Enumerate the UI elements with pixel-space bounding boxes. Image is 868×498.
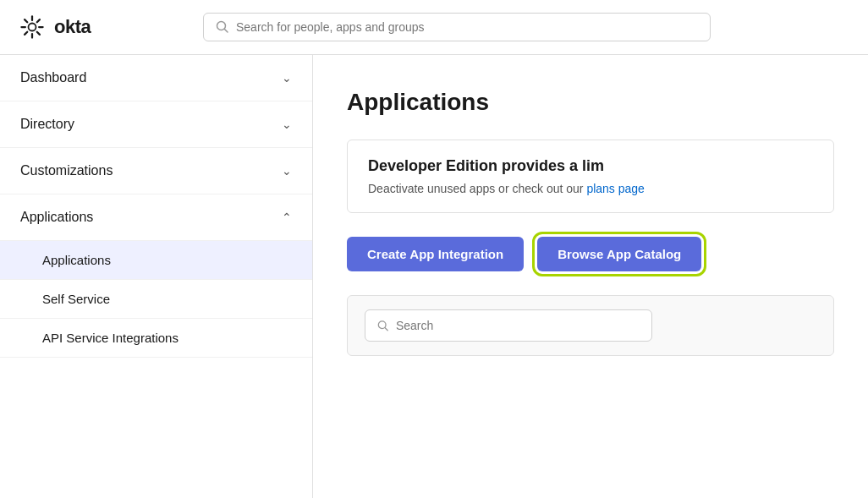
alert-text: Deactivate unused apps or check out our … [368,182,813,195]
sidebar-item-directory[interactable]: Directory ⌄ [0,101,312,148]
chevron-down-icon: ⌄ [282,118,292,131]
sidebar-item-applications-sub-label: Applications [42,253,111,267]
action-buttons: Create App Integration Browse App Catalo… [347,237,834,271]
chevron-up-icon: ⌃ [282,211,292,224]
sidebar-item-applications[interactable]: Applications ⌃ [0,194,312,241]
main-content: Applications Developer Edition provides … [313,55,868,498]
sidebar-item-api-service-integrations-label: API Service Integrations [42,331,179,345]
okta-logo-text: okta [54,16,91,38]
sidebar-item-api-service-integrations[interactable]: API Service Integrations [0,319,312,358]
sidebar-item-customizations-label: Customizations [20,163,113,178]
global-search-icon [216,20,229,34]
svg-line-7 [25,19,27,22]
global-search-bar[interactable] [203,13,711,41]
alert-title: Developer Edition provides a lim [368,157,813,175]
app-search-section [347,295,834,356]
svg-point-8 [29,24,36,31]
svg-line-5 [25,32,27,35]
main-layout: Dashboard ⌄ Directory ⌄ Customizations ⌄… [0,55,868,498]
plans-page-link[interactable]: plans page [586,182,645,195]
svg-line-10 [225,30,228,33]
logo-area: okta [17,12,203,42]
sidebar-item-self-service[interactable]: Self Service [0,280,312,319]
sidebar-item-applications-label: Applications [20,210,93,225]
applications-sub-menu: Applications Self Service API Service In… [0,241,312,358]
app-search-icon [377,320,389,332]
sidebar-item-dashboard[interactable]: Dashboard ⌄ [0,55,312,101]
global-search-input[interactable] [236,20,698,34]
sidebar-item-directory-label: Directory [20,117,74,132]
svg-line-4 [37,19,40,22]
sidebar-item-dashboard-label: Dashboard [20,70,86,85]
header: okta [0,0,868,55]
sidebar: Dashboard ⌄ Directory ⌄ Customizations ⌄… [0,55,313,498]
svg-line-6 [37,32,40,35]
app-search-box[interactable] [365,309,652,342]
svg-line-12 [385,327,387,330]
chevron-down-icon: ⌄ [282,164,292,178]
alert-description: Deactivate unused apps or check out our [368,182,584,195]
chevron-down-icon: ⌄ [282,71,292,85]
app-search-input[interactable] [396,319,640,332]
alert-banner: Developer Edition provides a lim Deactiv… [347,140,834,213]
browse-app-catalog-button[interactable]: Browse App Catalog [537,237,701,271]
page-title: Applications [347,89,834,116]
create-app-integration-button[interactable]: Create App Integration [347,237,524,271]
sidebar-item-self-service-label: Self Service [42,292,110,306]
sidebar-item-applications-sub[interactable]: Applications [0,241,312,280]
sidebar-item-customizations[interactable]: Customizations ⌄ [0,148,312,194]
okta-logo-icon [17,12,47,42]
